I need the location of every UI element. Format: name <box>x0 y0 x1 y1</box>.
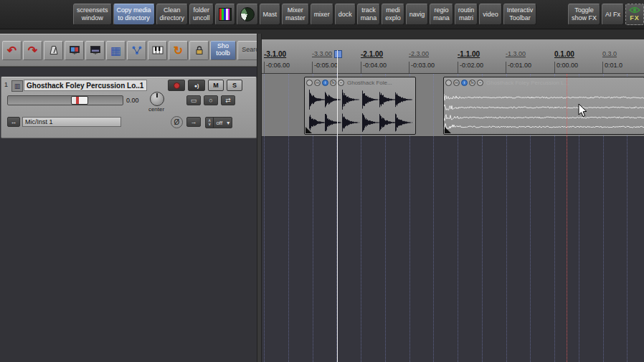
ruler-measure-label: -2.1.00 <box>361 50 383 58</box>
main-toolbar: ↶ ↷ ▦ ↻ Sho toolb Searc <box>0 34 257 67</box>
grid-icon: ▦ <box>110 44 121 57</box>
toggle-show-fx-button[interactable]: Toggle show FX <box>568 4 600 25</box>
loop-icon: ↻ <box>174 44 183 57</box>
item-envelope-button[interactable]: ~ <box>477 80 483 86</box>
media-item-2[interactable]: m i fx ~ Ghosthack Foley Percussion L... <box>443 77 644 135</box>
master-button[interactable]: Mast <box>260 4 281 25</box>
folder-uncollapse-button[interactable]: folder uncoll <box>189 4 214 25</box>
theme-color-button[interactable] <box>215 4 235 25</box>
virtual-keyboard-button[interactable] <box>148 41 167 60</box>
routing-button[interactable] <box>127 41 146 60</box>
grid-line <box>433 74 434 362</box>
solo-button[interactable]: S <box>227 80 242 91</box>
lock-icon <box>194 45 204 55</box>
track-manager-button[interactable]: track mana <box>357 4 381 25</box>
grid-settings-button[interactable]: ▦ <box>106 41 126 60</box>
navigator-button[interactable]: navig <box>406 4 429 25</box>
ai-fx-button[interactable]: AI Fx <box>602 4 624 25</box>
metronome-icon <box>49 45 59 55</box>
ruler-measure-label: -2.3.00 <box>409 50 429 57</box>
redo-icon: ↷ <box>28 44 37 57</box>
item1-waveform <box>305 88 414 134</box>
item-envelope-button[interactable]: ~ <box>338 80 344 86</box>
screenset-button[interactable] <box>65 41 84 60</box>
ruler-time-label: -0:05.00 <box>312 62 338 73</box>
ruler-measure-label: -1.1.00 <box>458 50 480 58</box>
automation-mode-control[interactable]: ∧∨ off ▾ <box>205 117 232 128</box>
copy-media-to-directory-button[interactable]: Copy media to directory <box>113 4 155 25</box>
fade-in-handle[interactable] <box>306 127 312 133</box>
dock-button[interactable]: dock <box>335 4 356 25</box>
pan-knob[interactable] <box>150 92 164 106</box>
edit-cursor-handle[interactable] <box>334 50 342 58</box>
item-fx-button[interactable]: fx <box>469 80 475 86</box>
item-mute-button[interactable]: m <box>314 80 321 86</box>
track-number: 1 <box>4 81 8 88</box>
record-icon <box>174 82 180 89</box>
marker-line <box>567 74 567 362</box>
ruler-time-label: 0:00.00 <box>554 62 578 73</box>
ruler-time-label: 0:01.0 <box>602 62 622 73</box>
timeline-ruler[interactable]: -3.1.00 -3.3.00 -2.1.00 -2.3.00 -1.1.00 … <box>262 39 644 74</box>
clean-directory-button[interactable]: Clean directory <box>156 4 189 25</box>
mute-button[interactable]: M <box>208 80 224 91</box>
fade-in-handle[interactable] <box>445 127 451 133</box>
region-manager-button[interactable]: regio mana <box>430 4 453 25</box>
metronome-button[interactable] <box>44 41 63 60</box>
screensets-window-button[interactable]: screensets window <box>73 4 112 25</box>
item-lock-button[interactable] <box>306 80 313 86</box>
io-button-group: ▭ ○ ⇄ <box>186 95 235 105</box>
send-button[interactable]: → <box>186 117 201 127</box>
edit-cursor[interactable] <box>337 50 338 362</box>
interactive-toolbar-button[interactable]: Interactiv Toolbar <box>503 4 537 25</box>
mouse-cursor <box>578 103 588 118</box>
piano-icon <box>152 46 164 54</box>
grid-line <box>288 74 289 362</box>
performance-meter-button[interactable] <box>237 4 258 25</box>
fx-label: FX <box>630 14 640 22</box>
item-fx-button[interactable]: fx <box>330 80 336 86</box>
lock-button[interactable] <box>189 41 209 60</box>
media-item-1[interactable]: m i fx ~ Ghosthack Fole... <box>304 77 416 135</box>
video-button[interactable]: video <box>479 4 502 25</box>
track-name-field[interactable]: Ghosthack Foley Percussion Lo..1 <box>24 80 147 91</box>
item-lock-button[interactable] <box>445 80 452 86</box>
color-stripes-icon <box>219 8 232 21</box>
item-properties-button[interactable]: i <box>461 80 468 86</box>
undo-button[interactable]: ↶ <box>2 41 22 60</box>
input-arrows-button[interactable]: ↔ <box>7 117 20 127</box>
eye-icon <box>629 6 640 14</box>
item-mute-button[interactable]: m <box>453 80 460 86</box>
clock-pie-icon <box>240 7 255 22</box>
monitor-fx-button[interactable]: ○ <box>204 95 218 105</box>
input-select[interactable]: Mic/Inst 1 <box>22 117 121 127</box>
loop-button[interactable]: ↻ <box>169 41 188 60</box>
mixer-master-button[interactable]: Mixer master <box>282 4 309 25</box>
route-button[interactable]: ⇄ <box>221 95 235 105</box>
item-label: Ghosthack Foley Percussion L... <box>486 80 569 86</box>
panel-splitter[interactable] <box>257 34 262 362</box>
record-arm-button[interactable] <box>168 80 185 91</box>
automation-dropdown-icon: ▾ <box>224 118 232 128</box>
monitor-icon <box>69 45 80 55</box>
volume-fader[interactable] <box>7 95 123 105</box>
record-monitor-button[interactable]: ●) <box>188 80 205 91</box>
track-icon-button[interactable]: ▥ <box>11 80 23 92</box>
volume-value: 0.00 <box>126 97 139 104</box>
item-label: Ghosthack Fole... <box>347 80 392 86</box>
volume-fader-handle[interactable] <box>71 96 88 105</box>
fx-visibility-button[interactable]: FX <box>625 4 644 25</box>
show-toolbar-button[interactable]: Sho toolb <box>210 41 236 60</box>
media-explorer-button[interactable]: medi explo <box>382 4 404 25</box>
item-properties-button[interactable]: i <box>322 80 328 86</box>
redo-button[interactable]: ↷ <box>23 41 42 60</box>
io-button[interactable]: ▭ <box>186 95 201 105</box>
ruler-measure-label: -1.3.00 <box>506 50 526 57</box>
track-panel[interactable]: 1 ▥ Ghosthack Foley Percussion Lo..1 ●) … <box>1 77 257 138</box>
ruler-measure-label: 0.3.0 <box>602 50 617 57</box>
phase-button[interactable]: Ø <box>171 116 183 128</box>
routing-matrix-button[interactable]: routin matri <box>455 4 478 25</box>
docker-button[interactable] <box>85 41 105 60</box>
mixer-button[interactable]: mixer <box>311 4 333 25</box>
item-header: m i fx ~ Ghosthack Fole... <box>305 77 415 88</box>
